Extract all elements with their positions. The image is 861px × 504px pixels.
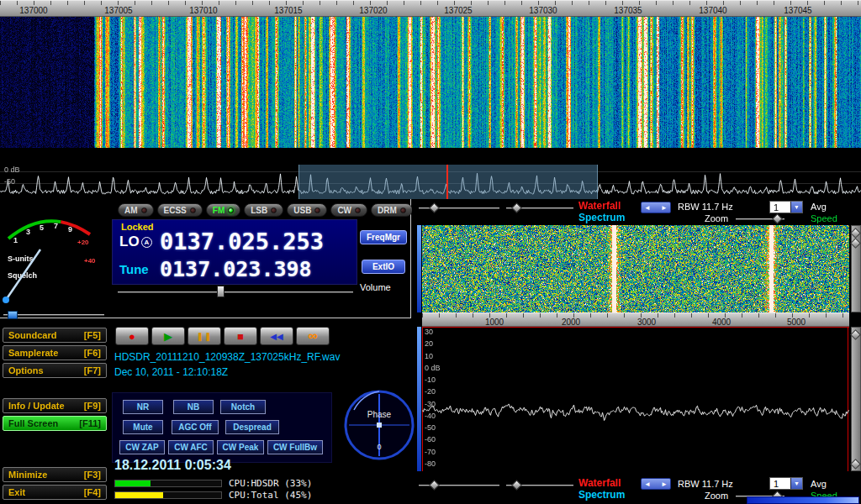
main-frequency-ruler[interactable]: 137000 137005 137010 137015 137020 13702… <box>0 0 861 17</box>
tune-label: Tune <box>119 262 149 276</box>
lo-label: LO <box>119 234 140 250</box>
slider-thumb[interactable] <box>511 202 522 213</box>
notch-button[interactable]: Notch <box>220 400 266 414</box>
slider-thumb[interactable] <box>511 480 522 491</box>
squelch-slider-thumb[interactable] <box>8 311 18 319</box>
phase-center-dot <box>377 423 382 428</box>
mode-button-lsb[interactable]: LSB <box>244 203 283 217</box>
ruler-label: 137025 <box>444 6 472 15</box>
lo-frequency-value[interactable]: 0137.025.253 <box>160 228 324 255</box>
nb-button[interactable]: NB <box>173 400 214 414</box>
avg-select[interactable]: 1 ▼ <box>769 201 803 213</box>
lo-a-badge[interactable]: A <box>141 237 152 248</box>
record-button[interactable]: ● <box>115 327 149 345</box>
mode-button-cw[interactable]: CW <box>330 203 367 217</box>
samplerate-button[interactable]: Samplerate[F6] <box>3 345 107 360</box>
mode-button-ecss[interactable]: ECSS <box>157 203 203 217</box>
minimize-button[interactable]: Minimize[F3] <box>3 467 107 482</box>
play-button[interactable]: ▶ <box>151 327 185 345</box>
frequency-display: Locked LO A 0137.025.253 Tune 0137.023.3… <box>112 219 357 285</box>
s-meter-over-tick: +20 <box>77 239 89 246</box>
rf-bottom-control-bar: Waterfall Spectrum ◄ ► RBW 11.7 Hz Zoom … <box>412 475 861 504</box>
slider-thumb[interactable] <box>429 480 440 491</box>
info-update-button[interactable]: Info / Update[F9] <box>3 398 107 413</box>
waterfall-lower-slider[interactable] <box>506 481 573 490</box>
passband-overlay[interactable] <box>298 165 598 199</box>
dropdown-arrow-icon[interactable]: ▼ <box>790 478 802 489</box>
options-button[interactable]: Options[F7] <box>3 363 107 378</box>
rbw-spinner[interactable]: ◄ ► <box>641 478 671 490</box>
mode-button-fm[interactable]: FM <box>206 203 240 217</box>
loop-button[interactable]: ∞ <box>296 327 330 345</box>
tune-marker-line[interactable] <box>446 165 448 199</box>
mode-button-usb[interactable]: USB <box>287 203 327 217</box>
waterfall-upper-slider[interactable] <box>419 204 499 213</box>
exit-button[interactable]: Exit[F4] <box>3 485 107 500</box>
rf-spectrum-display[interactable]: 30 20 10 0 dB -10 -20 -30 -40 -50 -60 -7… <box>422 327 849 471</box>
range-thumb-upper[interactable] <box>850 228 861 239</box>
slider-thumb[interactable] <box>772 213 783 224</box>
rewind-button[interactable]: ◀◀ <box>260 327 293 345</box>
soundcard-button[interactable]: Soundcard[F5] <box>3 328 107 343</box>
cw-fullbw-button[interactable]: CW FullBw <box>267 440 323 454</box>
rf-spectrum-canvas[interactable] <box>422 327 849 471</box>
dropdown-arrow-icon[interactable]: ▼ <box>790 202 802 213</box>
s-meter-tick: 5 <box>40 223 44 232</box>
ruler-label: 137035 <box>614 6 642 15</box>
spectrum-range-scrollbar[interactable] <box>851 327 861 471</box>
rf-waterfall-display[interactable] <box>422 225 849 312</box>
nr-button[interactable]: NR <box>123 400 163 414</box>
locked-label: Locked <box>121 222 154 232</box>
waterfall-upper-slider[interactable] <box>419 481 499 490</box>
speed-slider[interactable] <box>747 496 859 504</box>
cw-afc-button[interactable]: CW AFC <box>168 440 214 454</box>
waterfall-range-scrollbar[interactable] <box>851 225 861 312</box>
main-waterfall-display[interactable] <box>0 0 861 148</box>
waterfall-lower-slider[interactable] <box>506 204 573 213</box>
waterfall-level-bar[interactable] <box>417 225 421 312</box>
cw-zap-button[interactable]: CW ZAP <box>119 440 165 454</box>
phase-value: 0 <box>377 443 381 451</box>
playback-controls: ● ▶ ❚❚ ■ ◀◀ ∞ <box>115 327 330 345</box>
freqmgr-button[interactable]: FreqMgr <box>360 230 407 244</box>
rbw-label: RBW 11.7 Hz <box>678 479 733 489</box>
cpu-hdsdr-bar <box>114 480 222 487</box>
mode-button-drm[interactable]: DRM <box>371 203 413 217</box>
spectrum-toggle[interactable]: Spectrum <box>578 212 625 223</box>
rf-frequency-ruler[interactable]: 1000 2000 3000 4000 5000 <box>422 312 849 327</box>
squelch-slider[interactable] <box>3 311 104 319</box>
fullscreen-button[interactable]: Full Screen[F11] <box>3 416 107 431</box>
spin-right-icon[interactable]: ► <box>661 480 668 488</box>
spin-left-icon[interactable]: ◄ <box>644 204 651 212</box>
waterfall-toggle[interactable]: Waterfall <box>578 477 621 489</box>
despread-button[interactable]: Despread <box>225 420 279 434</box>
mode-button-am[interactable]: AM <box>118 203 154 217</box>
tune-frequency-value[interactable]: 0137.023.398 <box>160 257 312 281</box>
volume-slider-thumb[interactable] <box>217 286 224 297</box>
ruler-label: 137040 <box>699 6 726 15</box>
mode-led <box>190 207 196 213</box>
spectrum-toggle[interactable]: Spectrum <box>578 489 625 501</box>
range-thumb-lower[interactable] <box>850 238 861 249</box>
recording-file-date: Dec 10, 2011 - 12:10:18Z <box>114 366 228 378</box>
waterfall-toggle[interactable]: Waterfall <box>578 200 621 212</box>
pause-button[interactable]: ❚❚ <box>188 327 221 345</box>
slider-thumb[interactable] <box>429 202 440 213</box>
range-thumb-upper[interactable] <box>850 329 861 340</box>
avg-select[interactable]: 1 ▼ <box>769 477 803 490</box>
spin-right-icon[interactable]: ► <box>661 204 668 212</box>
spin-left-icon[interactable]: ◄ <box>644 480 651 488</box>
zoom-label: Zoom <box>705 213 728 223</box>
speed-label: Speed <box>811 213 837 223</box>
mute-button[interactable]: Mute <box>123 420 163 434</box>
rbw-spinner[interactable]: ◄ ► <box>641 202 671 213</box>
spectrum-level-bar[interactable] <box>417 327 421 471</box>
cw-peak-button[interactable]: CW Peak <box>217 440 264 454</box>
stop-button[interactable]: ■ <box>224 327 257 345</box>
extio-button[interactable]: ExtIO <box>362 260 405 274</box>
range-thumb-lower[interactable] <box>850 459 861 470</box>
volume-slider[interactable] <box>118 288 353 297</box>
agc-off-button[interactable]: AGC Off <box>172 420 219 434</box>
s-meter-pivot <box>3 297 9 303</box>
zoom-slider[interactable] <box>736 215 784 223</box>
